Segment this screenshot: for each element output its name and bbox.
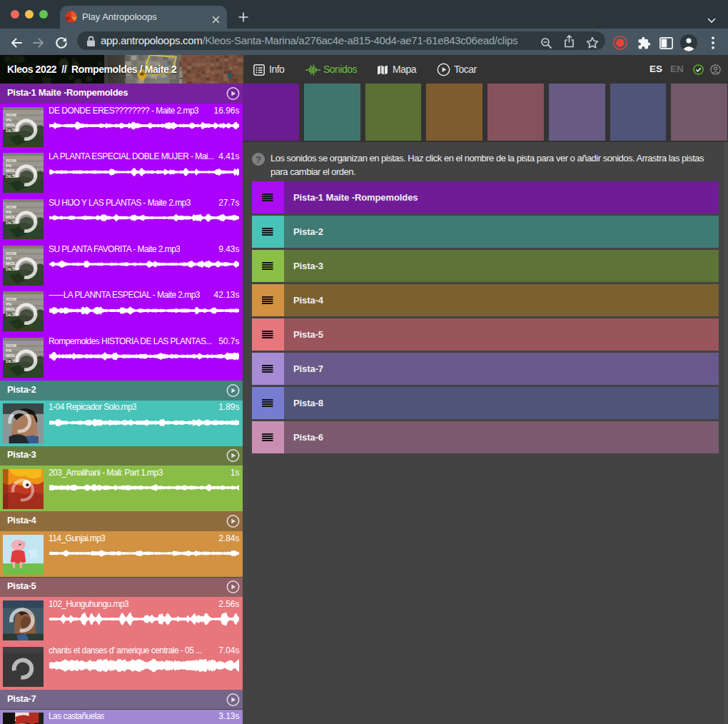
svg-text:?: ? [256,154,261,165]
